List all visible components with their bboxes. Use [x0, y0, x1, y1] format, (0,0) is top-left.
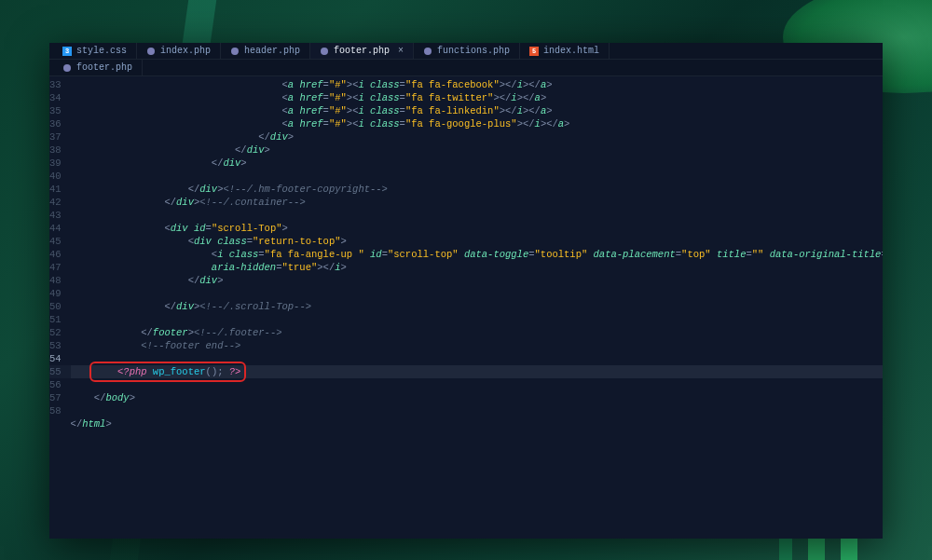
php-file-icon	[320, 47, 329, 56]
code-line: </div>	[71, 130, 883, 143]
line-number: 52	[49, 326, 62, 339]
code-line-wrap: aria-hidden="true"></i>	[71, 261, 883, 274]
code-line: </div><!--/.hm-footer-copyright-->	[71, 183, 883, 196]
code-line: </body>	[71, 391, 883, 404]
tab-label: footer.php	[76, 62, 132, 73]
close-icon[interactable]: ×	[398, 46, 404, 56]
line-number: 39	[49, 157, 62, 170]
code-line	[71, 170, 883, 183]
php-file-icon	[230, 47, 240, 56]
css-file-icon: 3	[62, 47, 72, 56]
tab-label: footer.php	[334, 46, 390, 56]
line-number-gutter: 3334353637383940414243444546474849505152…	[49, 76, 67, 539]
code-line: <a href="#"><i class="fa fa-twitter"></i…	[71, 91, 883, 104]
line-number: 47	[49, 261, 62, 274]
code-line: <div id="scroll-Top">	[71, 222, 883, 235]
code-line: <i class="fa fa-angle-up " id="scroll-to…	[71, 248, 883, 261]
line-number: 49	[49, 287, 62, 300]
line-number: 54	[49, 352, 62, 365]
code-line: <div class="return-to-top">	[71, 235, 883, 248]
tab-label: header.php	[244, 46, 300, 56]
line-number: 43	[49, 209, 62, 222]
code-editor: 3style.cssindex.phpheader.phpfooter.php×…	[49, 43, 883, 539]
line-number: 35	[49, 104, 62, 117]
tab-style-css[interactable]: 3style.css	[53, 43, 137, 59]
code-line: </div>	[71, 274, 883, 287]
code-line: </html>	[71, 417, 883, 430]
tab-header-php[interactable]: header.php	[221, 43, 310, 59]
code-line: </div>	[71, 143, 883, 157]
code-line	[71, 313, 883, 326]
line-number: 41	[49, 183, 62, 196]
tab-index-php[interactable]: index.php	[137, 43, 221, 59]
tab-functions-php[interactable]: functions.php	[414, 43, 520, 59]
line-number: 33	[49, 78, 62, 91]
line-number: 48	[49, 274, 62, 287]
line-number: 50	[49, 300, 62, 313]
line-number: 34	[49, 91, 62, 104]
tab-label: index.html	[543, 46, 599, 56]
code-area[interactable]: 3334353637383940414243444546474849505152…	[49, 76, 883, 539]
code-line: </footer><!--/.footer-->	[71, 326, 883, 339]
tab-label: index.php	[160, 46, 211, 56]
html-file-icon: 5	[529, 47, 539, 56]
code-line: <a href="#"><i class="fa fa-google-plus"…	[71, 117, 883, 130]
line-number: 57	[49, 391, 62, 404]
line-number: 44	[49, 222, 62, 235]
code-line	[71, 209, 883, 222]
line-number: 45	[49, 235, 62, 248]
tab-bar-top: 3style.cssindex.phpheader.phpfooter.php×…	[49, 43, 883, 60]
line-number: 51	[49, 313, 62, 326]
code-line: </div><!--/.container-->	[71, 196, 883, 209]
line-number: 38	[49, 143, 62, 157]
line-number: 40	[49, 170, 62, 183]
php-file-icon	[146, 47, 156, 56]
code-line: </div>	[71, 157, 883, 170]
tab-footer-php[interactable]: footer.php×	[310, 43, 414, 59]
tab-index-html[interactable]: 5index.html	[520, 43, 610, 59]
line-number: 46	[49, 248, 62, 261]
code-line: <!--footer end-->	[71, 339, 883, 352]
line-number: 42	[49, 196, 62, 209]
line-number: 58	[49, 404, 62, 417]
php-file-icon	[62, 63, 72, 73]
code-line	[71, 378, 883, 391]
php-file-icon	[423, 47, 432, 56]
code-line	[71, 352, 883, 365]
line-number: 53	[49, 339, 62, 352]
tab-footer-php[interactable]: footer.php	[53, 60, 143, 75]
tab-bar-second: footer.php	[49, 60, 883, 76]
code-line: </div><!--/.scroll-Top-->	[71, 300, 883, 313]
code-line	[71, 287, 883, 300]
code-line: <a href="#"><i class="fa fa-facebook"></…	[71, 78, 883, 91]
code-line	[71, 404, 883, 417]
tab-label: style.css	[76, 46, 127, 56]
tab-label: functions.php	[437, 46, 510, 56]
line-number: 36	[49, 117, 62, 130]
code-content[interactable]: <a href="#"><i class="fa fa-facebook"></…	[67, 76, 883, 539]
code-line: <a href="#"><i class="fa fa-linkedin"></…	[71, 104, 883, 117]
line-number: 37	[49, 130, 62, 143]
line-number: 56	[49, 378, 62, 391]
